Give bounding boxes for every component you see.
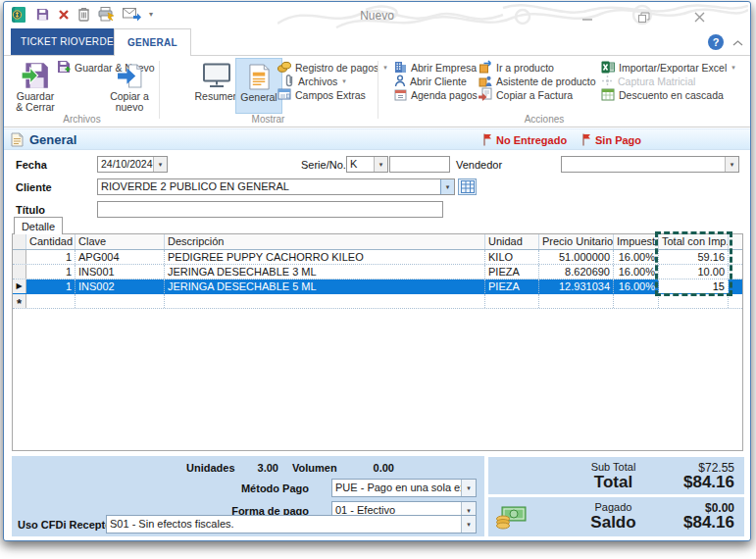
restore-button[interactable] — [636, 11, 652, 23]
asistente-producto-button[interactable]: Asistente de producto — [479, 75, 596, 88]
table-row-new[interactable]: * — [13, 294, 742, 309]
qat-dropdown-icon[interactable]: ▾ — [149, 5, 153, 24]
cell-clave[interactable]: INS002 — [76, 280, 165, 293]
abrir-cliente-button[interactable]: Abrir Cliente — [394, 75, 467, 88]
group-label-mostrar: Mostrar — [160, 114, 377, 125]
cell-cantidad[interactable] — [26, 294, 76, 308]
grid-header-selector — [13, 234, 26, 249]
cell-impuesto[interactable]: 16.00% — [614, 280, 659, 293]
registro-pagos-button[interactable]: Registro de pagos ▾ — [277, 61, 387, 75]
dropdown-arrow-icon: ▾ — [342, 77, 346, 85]
cell-descripcion[interactable]: JERINGA DESECHABLE 3 ML — [165, 265, 485, 279]
status-sin-pago: Sin Pago — [582, 133, 641, 146]
general-button[interactable]: General — [235, 58, 282, 114]
serie-combobox[interactable]: K ▾ — [346, 156, 388, 173]
flag-icon — [582, 133, 591, 146]
cell-cantidad[interactable]: 1 — [26, 280, 76, 293]
dropdown-arrow-icon[interactable]: ▾ — [461, 516, 476, 533]
copiar-a-nuevo-button[interactable]: Copiar a nuevo — [106, 58, 153, 114]
cell-clave[interactable] — [76, 294, 165, 308]
cell-cantidad[interactable]: 1 — [26, 250, 76, 264]
dropdown-arrow-icon[interactable]: ▾ — [153, 157, 167, 172]
metodo-pago-combobox[interactable]: PUE - Pago en una sola exhibició ▾ — [331, 479, 477, 497]
abrir-empresa-button[interactable]: Abrir Empresa — [394, 61, 477, 75]
cell-total-editing[interactable]: 15 — [659, 280, 729, 293]
person-icon — [394, 75, 406, 89]
campos-extras-button[interactable]: Campos Extras — [277, 88, 366, 102]
cell-precio[interactable] — [539, 294, 614, 308]
dropdown-arrow-icon[interactable]: ▾ — [374, 157, 387, 172]
copiar-a-factura-button[interactable]: Copiar a Factura — [479, 88, 573, 102]
delete-x-icon[interactable] — [58, 5, 70, 24]
vendedor-label: Vendedor — [456, 159, 502, 171]
cell-descripcion[interactable] — [165, 294, 485, 308]
guardar-cerrar-button[interactable]: Guardar & Cerrar — [12, 58, 59, 114]
tab-general[interactable]: GENERAL — [114, 28, 191, 56]
dropdown-arrow-icon[interactable]: ▾ — [725, 157, 738, 172]
uso-cfdi-label: Uso CFDi Receptor — [18, 519, 116, 531]
uso-cfdi-combobox[interactable]: S01 - Sin efectos fiscales. ▾ — [106, 515, 477, 534]
excel-icon — [601, 61, 615, 76]
grid-header-row: Cantidad Clave Descripción Unidad Precio… — [13, 234, 742, 250]
cell-unidad[interactable]: PIEZA — [485, 265, 539, 279]
agenda-pagos-button[interactable]: Agenda pagos — [394, 88, 478, 102]
collapse-ribbon-icon[interactable] — [732, 33, 743, 51]
folio-input[interactable] — [389, 156, 450, 173]
send-email-icon[interactable] — [123, 5, 141, 24]
table-row-selected[interactable]: ▶ 1 INS002 JERINGA DESECHABLE 5 ML PIEZA… — [13, 280, 742, 294]
cell-descripcion[interactable]: JERINGA DESECHABLE 5 ML — [165, 280, 485, 293]
general-label: General — [240, 92, 277, 103]
cell-unidad[interactable]: KILO — [485, 250, 539, 264]
table-row[interactable]: 1 INS001 JERINGA DESECHABLE 3 ML PIEZA 8… — [13, 265, 742, 280]
total-label: Total — [557, 473, 670, 492]
cell-precio[interactable]: 8.620690 — [539, 265, 614, 279]
cell-total[interactable]: 59.16 — [659, 250, 729, 264]
dropdown-arrow-icon[interactable]: ▾ — [440, 179, 454, 194]
cliente-combobox[interactable]: RIOVERDE 2 PUBLICO EN GENERAL ▾ — [97, 178, 455, 195]
cell-unidad[interactable]: PIEZA — [485, 280, 539, 293]
resumen-label: Resumen — [195, 91, 239, 102]
cell-clave[interactable]: INS001 — [76, 265, 165, 279]
money-icon — [495, 505, 527, 534]
grid-header-unidad: Unidad — [485, 234, 539, 249]
tab-detalle[interactable]: Detalle — [14, 217, 63, 234]
table-row[interactable]: 1 APG004 PEDIGREE PUPPY CACHORRO KILEO K… — [13, 250, 742, 265]
app-icon — [10, 5, 27, 24]
document-icon — [248, 61, 271, 92]
cliente-lookup-button[interactable] — [458, 178, 477, 195]
cell-precio[interactable]: 12.931034 — [539, 280, 614, 293]
minimize-button[interactable] — [580, 11, 595, 23]
row-selector[interactable] — [13, 250, 26, 264]
descuento-cascada-button[interactable]: Descuento en cascada — [601, 88, 724, 102]
row-selector-current[interactable]: ▶ — [13, 280, 26, 293]
resumen-button[interactable]: Resumen — [193, 58, 240, 114]
archivos-adjuntos-button[interactable]: Archivos ▾ — [284, 75, 346, 88]
screen: { "window": { "title": "Nuevo" }, "icons… — [0, 0, 756, 559]
row-selector[interactable] — [13, 265, 26, 279]
cell-total[interactable] — [659, 294, 729, 308]
trash-icon[interactable] — [77, 5, 90, 24]
titulo-input[interactable] — [97, 201, 443, 218]
metodo-pago-label: Método Pago — [208, 483, 309, 494]
vendedor-combobox[interactable]: ▾ — [561, 156, 739, 173]
dropdown-arrow-icon[interactable]: ▾ — [461, 480, 476, 496]
ir-a-producto-button[interactable]: Ir a producto — [479, 61, 554, 75]
cell-total[interactable]: 10.00 — [659, 265, 729, 279]
unidades-value: 3.00 — [218, 462, 278, 474]
print-icon[interactable] — [98, 5, 115, 24]
help-icon[interactable]: ? — [708, 34, 724, 50]
close-button[interactable] — [691, 11, 707, 23]
cell-cantidad[interactable]: 1 — [26, 265, 76, 279]
tab-ticket-rioverde[interactable]: TICKET RIOVERDE — [11, 28, 124, 55]
cell-clave[interactable]: APG004 — [76, 250, 165, 264]
cell-impuesto[interactable] — [614, 294, 659, 308]
fecha-combobox[interactable]: 24/10/2024 ▾ — [97, 156, 168, 173]
save-icon[interactable] — [35, 5, 50, 24]
importar-exportar-excel-button[interactable]: Importar/Exportar Excel ▾ — [601, 61, 735, 75]
cell-impuesto[interactable]: 16.00% — [614, 265, 659, 279]
cell-impuesto[interactable]: 16.00% — [614, 250, 659, 264]
cell-unidad[interactable] — [485, 294, 539, 308]
cell-descripcion[interactable]: PEDIGREE PUPPY CACHORRO KILEO — [165, 250, 485, 264]
cell-precio[interactable]: 51.000000 — [539, 250, 614, 264]
new-row-selector[interactable]: * — [13, 294, 26, 308]
